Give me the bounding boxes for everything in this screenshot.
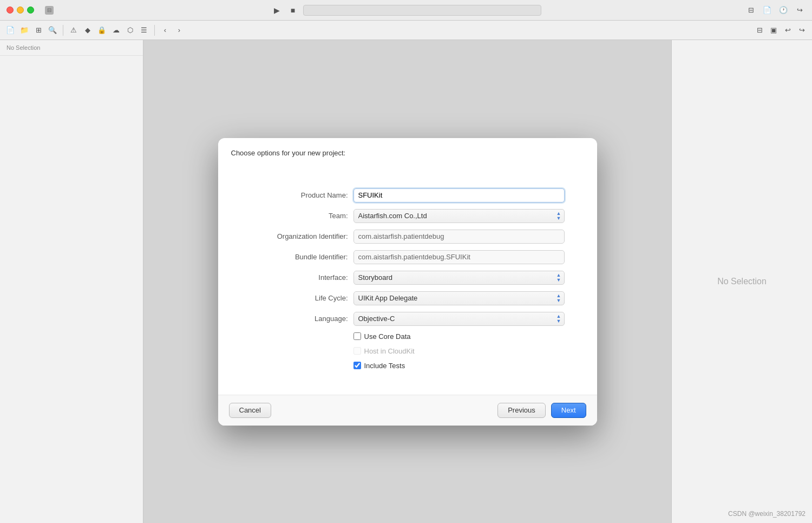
interface-row: Interface: Storyboard ▲ ▼ <box>251 271 565 285</box>
interface-label: Interface: <box>251 273 348 282</box>
previous-button[interactable]: Previous <box>497 403 546 418</box>
language-select-wrapper: Objective-C ▲ ▼ <box>353 312 565 326</box>
toolbar-right: ⊟ ▣ ↩ ↪ <box>754 24 808 36</box>
product-name-label: Product Name: <box>251 191 348 199</box>
dialog-footer: Cancel Previous Next <box>218 395 597 426</box>
host-in-cloudkit-checkbox[interactable] <box>353 347 361 355</box>
host-in-cloudkit-row: Host in CloudKit <box>353 347 565 355</box>
shapes-icon[interactable]: ⬡ <box>124 24 136 36</box>
team-row: Team: Aistarfish.com Co.,Ltd ▲ ▼ <box>251 209 565 223</box>
undo-icon[interactable]: ↩ <box>782 24 794 36</box>
no-selection-right: No Selection <box>717 277 767 286</box>
toolbar: 📄 📁 ⊞ 🔍 ⚠ ◆ 🔒 ☁ ⬡ ☰ ‹ › ⊟ ▣ ↩ ↪ <box>0 21 812 40</box>
org-identifier-label: Organization Identifier: <box>251 232 348 240</box>
footer-right-buttons: Previous Next <box>497 403 586 418</box>
sidebar: No Selection <box>0 40 143 523</box>
life-cycle-label: Life Cycle: <box>251 294 348 302</box>
doc-view-icon[interactable]: ▣ <box>768 24 780 36</box>
nav-back-button[interactable]: ‹ <box>159 24 171 36</box>
org-identifier-row: Organization Identifier: com.aistarfish.… <box>251 230 565 244</box>
maximize-button[interactable] <box>27 6 34 14</box>
search-icon[interactable]: 🔍 <box>47 24 58 36</box>
toolbar-separator-2 <box>154 25 155 36</box>
next-button[interactable]: Next <box>551 403 586 418</box>
team-select[interactable]: Aistarfish.com Co.,Ltd <box>353 209 565 223</box>
use-core-data-row: Use Core Data <box>353 332 565 341</box>
dialog-overlay: Choose options for your new project: Pro… <box>143 40 671 523</box>
life-cycle-select-wrapper: UIKit App Delegate ▲ ▼ <box>353 291 565 305</box>
content-area: Choose options for your new project: Pro… <box>143 40 671 523</box>
title-bar-right: ⊟ 📄 🕐 ↪ <box>745 4 806 16</box>
warning-icon[interactable]: ⚠ <box>68 24 80 36</box>
lock-icon[interactable]: 🔒 <box>96 24 108 36</box>
add-group-icon[interactable]: ⊞ <box>32 24 44 36</box>
redo-icon[interactable]: ↪ <box>796 24 808 36</box>
cancel-button[interactable]: Cancel <box>229 403 271 418</box>
traffic-lights <box>6 6 34 14</box>
main-area: No Selection Choose options for your new… <box>0 40 812 523</box>
dialog-content: Product Name: Team: Aistarfish.com Co.,L… <box>218 164 597 395</box>
sidebar-header: No Selection <box>0 40 143 56</box>
right-panel: No Selection <box>671 40 812 523</box>
window-controls: ⊟ <box>45 6 54 15</box>
interface-select-wrapper: Storyboard ▲ ▼ <box>353 271 565 285</box>
title-bar: ⊟ ▶ ■ ⊟ 📄 🕐 ↪ <box>0 0 812 21</box>
list-icon[interactable]: ☰ <box>138 24 150 36</box>
interface-select[interactable]: Storyboard <box>353 271 565 285</box>
product-name-row: Product Name: <box>251 188 565 202</box>
close-button[interactable] <box>6 6 14 14</box>
dialog-title: Choose options for your new project: <box>218 138 597 164</box>
team-label: Team: <box>251 212 348 220</box>
minimize-button[interactable] <box>17 6 24 14</box>
include-tests-label: Include Tests <box>364 362 405 370</box>
bundle-identifier-value: com.aistarfish.patientdebug.SFUIKit <box>353 250 565 264</box>
host-in-cloudkit-label: Host in CloudKit <box>364 347 415 355</box>
language-select[interactable]: Objective-C <box>353 312 565 326</box>
new-folder-icon[interactable]: 📁 <box>18 24 30 36</box>
diamond-icon[interactable]: ◆ <box>82 24 94 36</box>
org-identifier-value: com.aistarfish.patientdebug <box>353 230 565 244</box>
product-name-input[interactable] <box>353 188 565 202</box>
cloud-icon[interactable]: ☁ <box>110 24 122 36</box>
bundle-identifier-label: Bundle Identifier: <box>251 253 348 261</box>
stop-button[interactable]: ■ <box>287 4 299 16</box>
toolbar-separator-1 <box>63 25 63 36</box>
inspector-button[interactable]: 📄 <box>761 4 773 16</box>
life-cycle-select[interactable]: UIKit App Delegate <box>353 291 565 305</box>
include-tests-checkbox[interactable] <box>353 362 361 369</box>
sidebar-toggle-button[interactable]: ⊟ <box>45 6 54 15</box>
include-tests-row: Include Tests <box>353 362 565 370</box>
new-file-icon[interactable]: 📄 <box>4 24 16 36</box>
history-button[interactable]: 🕐 <box>777 4 789 16</box>
redo-button-titlebar[interactable]: ↪ <box>794 4 806 16</box>
use-core-data-checkbox[interactable] <box>353 332 361 340</box>
grid-toggle-icon[interactable]: ⊟ <box>754 24 765 36</box>
use-core-data-label: Use Core Data <box>364 332 411 341</box>
life-cycle-row: Life Cycle: UIKit App Delegate ▲ ▼ <box>251 291 565 305</box>
form-area: Product Name: Team: Aistarfish.com Co.,L… <box>251 188 565 370</box>
grid-view-button[interactable]: ⊟ <box>745 4 757 16</box>
progress-bar <box>303 5 541 16</box>
language-label: Language: <box>251 315 348 323</box>
new-project-dialog: Choose options for your new project: Pro… <box>218 138 597 426</box>
bundle-identifier-row: Bundle Identifier: com.aistarfish.patien… <box>251 250 565 264</box>
language-row: Language: Objective-C ▲ ▼ <box>251 312 565 326</box>
play-button[interactable]: ▶ <box>271 4 283 16</box>
watermark: CSDN @weixin_38201792 <box>728 510 806 518</box>
nav-forward-button[interactable]: › <box>173 24 185 36</box>
team-select-wrapper: Aistarfish.com Co.,Ltd ▲ ▼ <box>353 209 565 223</box>
title-bar-center: ▶ ■ <box>271 4 541 16</box>
